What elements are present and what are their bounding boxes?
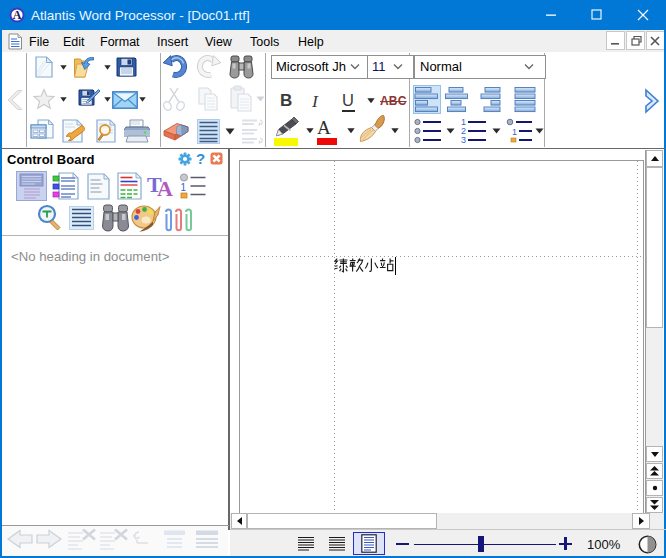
svg-text:A: A <box>13 8 22 22</box>
svg-text:1: 1 <box>512 127 517 137</box>
svg-text:1: 1 <box>181 182 187 193</box>
svg-text:3: 3 <box>461 135 466 145</box>
